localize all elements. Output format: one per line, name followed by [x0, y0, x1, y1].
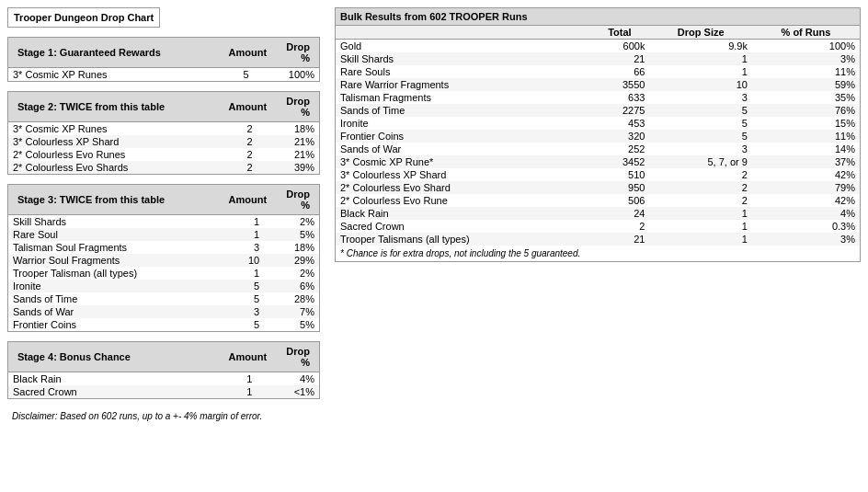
item-name: 2* Colourless Evo Rune — [336, 194, 589, 207]
item-name: Sands of Time — [8, 292, 226, 305]
table-row: Warrior Soul Fragments 10 29% — [8, 254, 319, 267]
item-total: 506 — [589, 194, 649, 207]
table-row: Sacred Crown 1 <1% — [8, 385, 319, 398]
item-total: 2 — [589, 220, 649, 233]
item-amount: 5 — [226, 68, 254, 81]
item-name: 3* Cosmic XP Runes — [8, 122, 226, 135]
item-drop: <1% — [257, 385, 319, 398]
stage4-title: Stage 4: Bonus Chance — [13, 345, 224, 369]
table-row: 2* Colourless Evo Shards 2 39% — [8, 161, 319, 174]
stage1-title: Stage 1: Guaranteed Rewards — [13, 40, 224, 64]
item-drop-size: 2 — [649, 168, 751, 181]
stage3-table: Skill Shards 1 2% Rare Soul 1 5% Talisma… — [8, 215, 319, 331]
item-pct: 79% — [752, 181, 860, 194]
table-row: Talisman Fragments 633 3 35% — [336, 91, 860, 104]
item-pct: 11% — [752, 130, 860, 143]
item-amount: 3 — [226, 241, 265, 254]
table-row: Gold 600k 9.9k 100% — [336, 40, 860, 53]
item-total: 3452 — [589, 155, 649, 168]
table-row: Rare Soul 1 5% — [8, 228, 319, 241]
item-total: 21 — [589, 52, 649, 65]
bulk-footnote: * Chance is for extra drops, not includi… — [336, 246, 860, 261]
stage2-col-drop: Drop % — [271, 95, 314, 119]
item-drop-size: 1 — [649, 220, 751, 233]
item-name: Ironite — [8, 280, 226, 292]
table-row: Sands of Time 2275 5 76% — [336, 104, 860, 117]
item-drop: 2% — [264, 215, 319, 228]
table-row: Frontier Coins 320 5 11% — [336, 130, 860, 143]
table-row: 3* Cosmic XP Runes 2 18% — [8, 122, 319, 135]
stage2-col-amount: Amount — [224, 95, 272, 119]
item-pct: 76% — [752, 104, 860, 117]
item-drop: 5% — [264, 228, 319, 241]
item-name: 2* Colourless Evo Shards — [8, 161, 226, 174]
table-row: Rare Warrior Fragments 3550 10 59% — [336, 78, 860, 91]
item-name: Rare Warrior Fragments — [336, 78, 589, 91]
item-drop-size: 3 — [649, 91, 751, 104]
bulk-results-col-headers: Total Drop Size % of Runs — [336, 26, 860, 40]
item-drop-size: 5 — [649, 130, 751, 143]
table-row: 3* Cosmic XP Rune* 3452 5, 7, or 9 37% — [336, 155, 860, 168]
item-drop-size: 9.9k — [649, 40, 751, 53]
item-amount: 1 — [226, 267, 265, 280]
item-drop: 100% — [254, 68, 319, 81]
stage3-title: Stage 3: TWICE from this table — [13, 188, 224, 212]
table-row: 3* Colourless XP Shard 510 2 42% — [336, 168, 860, 181]
item-name: 2* Colourless Evo Runes — [8, 148, 226, 161]
item-pct: 35% — [752, 91, 860, 104]
item-name: Trooper Talismans (all types) — [336, 233, 589, 246]
table-row: Rare Souls 66 1 11% — [336, 65, 860, 78]
item-pct: 3% — [752, 233, 860, 246]
left-panel: Trooper Dungeon Drop Chart Stage 1: Guar… — [7, 7, 320, 424]
item-drop-size: 5 — [649, 104, 751, 117]
item-name: 2* Colourless Evo Shard — [336, 181, 589, 194]
item-name: 3* Colourless XP Shard — [8, 135, 226, 148]
item-total: 600k — [589, 40, 649, 53]
item-pct: 37% — [752, 155, 860, 168]
bulk-results-header: Bulk Results from 602 TROOPER Runs — [336, 8, 860, 26]
table-row: Trooper Talisman (all types) 1 2% — [8, 267, 319, 280]
item-drop: 21% — [257, 148, 319, 161]
table-row: Trooper Talismans (all types) 21 1 3% — [336, 233, 860, 246]
item-amount: 2 — [226, 148, 257, 161]
item-name: Skill Shards — [336, 52, 589, 65]
item-amount: 2 — [226, 122, 257, 135]
item-name: Sacred Crown — [8, 385, 226, 398]
item-pct: 14% — [752, 143, 860, 155]
item-drop: 39% — [257, 161, 319, 174]
item-name: Black Rain — [8, 372, 226, 385]
col-drop-size: Drop Size — [649, 26, 751, 40]
stage4-col-amount: Amount — [224, 345, 272, 369]
item-pct: 0.3% — [752, 220, 860, 233]
item-name: Sands of War — [336, 143, 589, 155]
table-row: Sands of War 252 3 14% — [336, 143, 860, 155]
item-name: Sands of War — [8, 305, 226, 318]
item-drop-size: 5, 7, or 9 — [649, 155, 751, 168]
page-title: Trooper Dungeon Drop Chart — [7, 7, 160, 28]
item-total: 633 — [589, 91, 649, 104]
item-drop-size: 2 — [649, 194, 751, 207]
item-pct: 11% — [752, 65, 860, 78]
item-pct: 59% — [752, 78, 860, 91]
item-amount: 5 — [226, 318, 265, 331]
item-total: 453 — [589, 117, 649, 130]
item-name: Frontier Coins — [8, 318, 226, 331]
table-row: Skill Shards 21 1 3% — [336, 52, 860, 65]
table-row: Sands of War 3 7% — [8, 305, 319, 318]
table-row: Ironite 5 6% — [8, 280, 319, 292]
item-name: Talisman Fragments — [336, 91, 589, 104]
item-amount: 1 — [226, 372, 257, 385]
item-name: Warrior Soul Fragments — [8, 254, 226, 267]
table-row: Frontier Coins 5 5% — [8, 318, 319, 331]
item-pct: 42% — [752, 168, 860, 181]
item-name: Sacred Crown — [336, 220, 589, 233]
item-amount: 2 — [226, 161, 257, 174]
item-name: Rare Souls — [336, 65, 589, 78]
item-total: 950 — [589, 181, 649, 194]
item-amount: 5 — [226, 292, 265, 305]
stage4-table: Black Rain 1 4% Sacred Crown 1 <1% — [8, 372, 319, 398]
stage3-col-amount: Amount — [224, 188, 272, 212]
stage2-title: Stage 2: TWICE from this table — [13, 95, 224, 119]
table-row: 2* Colourless Evo Rune 506 2 42% — [336, 194, 860, 207]
item-drop-size: 1 — [649, 52, 751, 65]
